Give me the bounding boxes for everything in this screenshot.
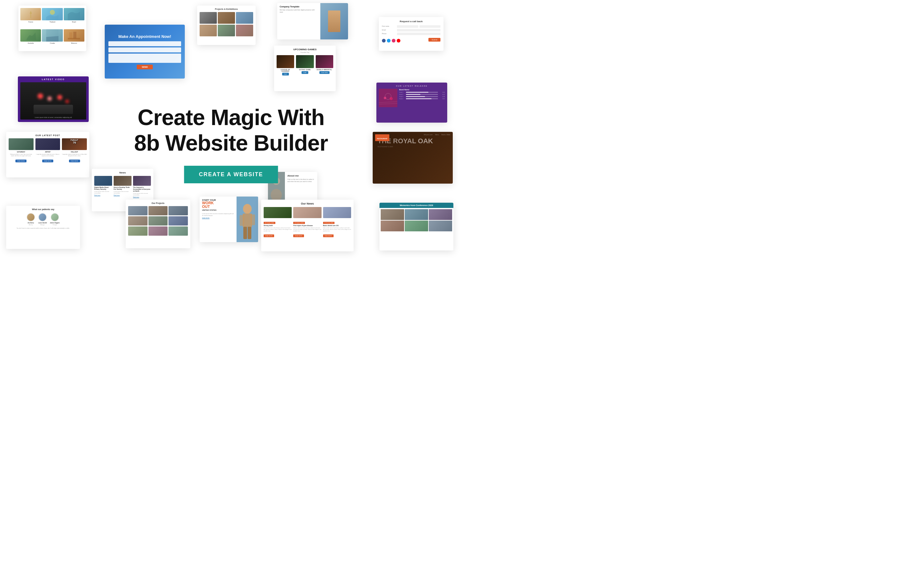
conf-img-2 (405, 209, 428, 220)
release-track-1: Track 1 3:24 (399, 91, 445, 93)
news-img-tools (114, 176, 131, 186)
callback-email-label: Email (382, 29, 396, 31)
game-gothic-btn[interactable]: PLAY (302, 71, 308, 74)
game-legends-btn[interactable]: PLAY (282, 73, 289, 75)
company-illustration (321, 3, 348, 39)
game-gothic-name: GOTHIC GAME (296, 69, 314, 70)
travel-img-morocco (64, 29, 84, 42)
news-text-tools: Lorem ipsum dolor sit amet consectetur. (114, 191, 131, 194)
light-1 (38, 93, 43, 99)
video-screen[interactable]: Lorem ipsum dolor sit amet, consectetur … (20, 82, 86, 119)
post-read-fallout[interactable]: READ MORE (69, 160, 80, 162)
callback-phone-input[interactable] (397, 33, 441, 35)
callback-submit-button[interactable]: Submit (428, 38, 441, 42)
light-3 (57, 95, 62, 100)
release-album-art (379, 89, 397, 107)
patient-avatar-3 (50, 213, 59, 221)
project-img-4 (200, 25, 217, 36)
news-more-privacy[interactable]: Read more (94, 194, 112, 196)
card-latest-release: OUR LATEST RELEASE Band Name Track 1 (376, 83, 447, 123)
game-gothic: GOTHIC GAME PLAY (296, 55, 314, 75)
workout-image (236, 197, 258, 242)
post-text-fallout: I urgently required today last min of id… (62, 153, 87, 157)
svg-rect-6 (379, 89, 397, 107)
our-project-img-9 (169, 226, 188, 236)
news-item-privacy: Digital Media About Privacy Security Lor… (94, 176, 112, 198)
project-img-3 (236, 12, 253, 24)
our-news-date-2: 31 October 2015 (293, 222, 305, 224)
conference-header: Memories from Conference 2028 (380, 203, 453, 208)
post-item-saturday: SATURDAY Taking my bike to a race has ne… (9, 138, 34, 163)
our-news-read-2[interactable]: READ MORE (293, 235, 304, 237)
travel-label-brazil: Brazil (64, 21, 84, 23)
appointment-name-field[interactable] (108, 41, 181, 46)
conference-title: Memories from Conference 2028 (382, 204, 451, 207)
light-4 (65, 100, 69, 103)
hero-section: Create Magic With 8b Website Builder CRE… (134, 105, 328, 183)
post-name-artist: ARTIST (35, 151, 60, 153)
projects-title: Projects & Exhibitions (200, 8, 253, 10)
post-read-artist[interactable]: READ MORE (42, 160, 53, 162)
our-news-item-text-1: Click on the text in the block to select… (264, 227, 292, 232)
card-latest-post: OUR LATEST POST SATURDAY Taking my bike … (6, 132, 89, 177)
post-read-saturday[interactable]: READ MORE (16, 160, 27, 162)
royal-nav-menu[interactable]: Menu (435, 134, 439, 136)
callback-firstname-input[interactable] (397, 25, 418, 28)
svg-rect-19 (250, 214, 255, 225)
callback-email-input[interactable] (397, 29, 441, 31)
card-patients: What our patients say Zia Henry Attorney… (6, 206, 80, 249)
our-projects-title: Our Projects (128, 202, 188, 204)
our-project-img-8 (149, 226, 168, 236)
card-appointment: Make An Appointment Now! SEND (105, 25, 185, 78)
our-news-read-3[interactable]: READ MORE (323, 235, 333, 237)
our-project-img-1 (128, 206, 147, 215)
workout-read-more[interactable]: READ MORE (202, 217, 234, 219)
our-news-item-title-1: Strong teeth (264, 225, 292, 226)
svg-marker-0 (30, 11, 32, 18)
game-diablo-btn[interactable]: PLAY NOW (319, 71, 330, 74)
svg-rect-18 (240, 215, 244, 226)
post-text-saturday: Taking my bike to a race has never been … (9, 153, 34, 157)
social-twitter-icon[interactable] (387, 39, 391, 42)
svg-point-16 (243, 204, 252, 214)
light-2 (47, 96, 52, 101)
news-title-privacy: Digital Media About Privacy Security (94, 186, 112, 190)
workout-country-text: UNITED STATES (202, 209, 234, 211)
our-news-item-text-3: Click on the text in the block to select… (323, 227, 351, 232)
post-img-saturday (9, 138, 34, 150)
our-news-item-3: 31 October 2015 Basic dental care 101 Cl… (323, 207, 351, 238)
our-news-read-1[interactable]: READ MORE (264, 235, 274, 237)
games-subtitle: Founder Day (277, 52, 333, 53)
appointment-message-field[interactable] (108, 53, 181, 63)
card-workout: START YOUR WORK OUT UNITED STATES Lorem … (200, 197, 258, 242)
post-text-artist: I urgently required today last min of id… (35, 153, 60, 157)
create-website-button[interactable]: CREATE A WEBSITE (184, 166, 278, 183)
our-news-item-1: 31 October 2015 Strong teeth Click on th… (264, 207, 292, 238)
hero-title: Create Magic With 8b Website Builder (134, 105, 328, 156)
social-youtube-icon[interactable] (397, 39, 400, 42)
appointment-email-field[interactable] (108, 47, 181, 52)
callback-phone-label: Phone (382, 33, 396, 35)
post-img-artist (35, 138, 60, 150)
card-projects: Projects & Exhibitions (197, 6, 256, 45)
news-more-tools[interactable]: Read more (114, 194, 131, 196)
patient-role-2: Manager (41, 224, 45, 225)
svg-point-11 (389, 97, 393, 100)
royal-nav-book[interactable]: Book a Table (441, 134, 450, 136)
callback-lastname-input[interactable] (419, 25, 441, 28)
conf-img-3 (429, 209, 452, 220)
travel-label-morocco: Morocco (64, 42, 84, 44)
svg-rect-3 (69, 32, 72, 39)
social-facebook-icon[interactable] (382, 39, 386, 42)
news-more-internet[interactable]: Read more (133, 196, 151, 198)
company-title: Company Template (280, 6, 318, 8)
patients-testimonial: You don't have to create a special mobil… (9, 227, 78, 229)
appointment-send-button[interactable]: SEND (137, 65, 152, 69)
patient-2: Laura Harold Manager (38, 213, 47, 225)
patient-name-3: James Higgins (50, 222, 60, 224)
our-news-date-3: 31 October 2015 (323, 222, 335, 224)
social-instagram-icon[interactable] (392, 39, 396, 42)
our-project-img-5 (149, 216, 168, 225)
post-item-artist: ARTIST I urgently required today last mi… (35, 138, 60, 163)
post-img-fallout: FallouT76 (62, 138, 87, 150)
